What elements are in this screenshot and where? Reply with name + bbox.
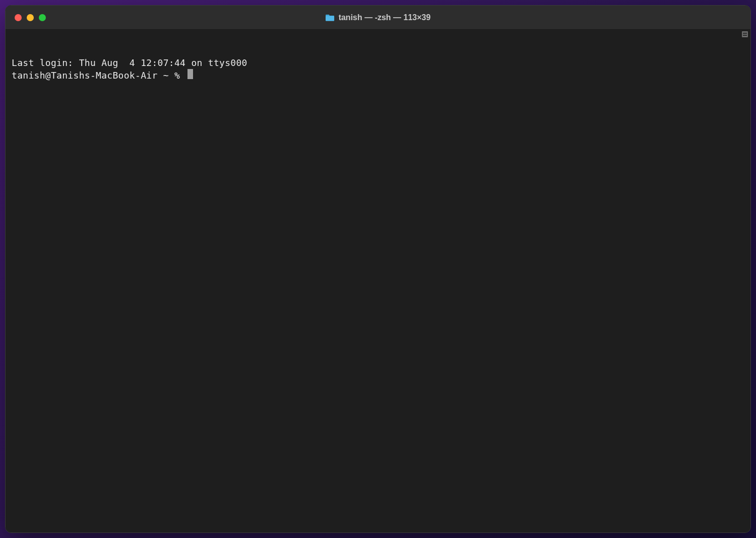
traffic-lights	[15, 14, 46, 21]
zoom-button[interactable]	[39, 14, 46, 21]
minimize-button[interactable]	[27, 14, 34, 21]
prompt-line: tanish@Tanishs-MacBook-Air ~ %	[12, 69, 744, 82]
terminal-body[interactable]: Last login: Thu Aug 4 12:07:44 on ttys00…	[6, 30, 750, 532]
terminal-window: tanish — -zsh — 113×39 Last login: Thu A…	[5, 5, 751, 533]
svg-rect-2	[743, 33, 747, 34]
scrollbar-indicator-icon	[740, 30, 749, 39]
close-button[interactable]	[15, 14, 22, 21]
cursor	[187, 69, 193, 79]
window-title: tanish — -zsh — 113×39	[339, 13, 431, 22]
title-bar[interactable]: tanish — -zsh — 113×39	[6, 6, 750, 30]
prompt-text: tanish@Tanishs-MacBook-Air ~ %	[12, 70, 185, 82]
window-title-container: tanish — -zsh — 113×39	[326, 13, 431, 22]
svg-rect-1	[742, 31, 748, 37]
svg-rect-3	[743, 35, 747, 36]
svg-rect-0	[326, 16, 334, 21]
last-login-line: Last login: Thu Aug 4 12:07:44 on ttys00…	[12, 57, 744, 69]
folder-icon	[326, 14, 335, 22]
